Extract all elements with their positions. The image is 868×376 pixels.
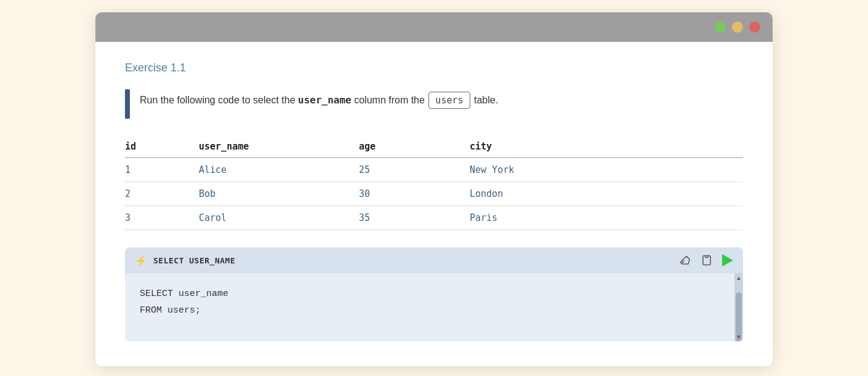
- scrollbar-arrow-up[interactable]: ▲: [734, 273, 743, 282]
- green-traffic-light[interactable]: [715, 22, 726, 33]
- instruction-bold-word: user_name: [298, 94, 352, 106]
- instruction-block: Run the following code to select the use…: [125, 89, 743, 119]
- blue-accent-bar: [125, 89, 130, 119]
- content-area: Exercise 1.1 Run the following code to s…: [95, 42, 773, 366]
- scrollbar-track[interactable]: ▲ ▼: [734, 273, 743, 342]
- instruction-text-after: table.: [472, 95, 499, 105]
- main-window: Exercise 1.1 Run the following code to s…: [95, 12, 773, 366]
- col-header-age: age: [359, 136, 470, 158]
- table-row: 1Alice25New York: [125, 158, 743, 182]
- table-header-row: id user_name age city: [125, 136, 743, 158]
- table-cell-col2: 25: [359, 158, 470, 182]
- table-row: 2Bob30London: [125, 182, 743, 206]
- table-cell-col1: Alice: [199, 158, 359, 182]
- table-cell-col1: Bob: [199, 182, 359, 206]
- instruction-text-middle: column from the: [352, 95, 428, 105]
- table-cell-col2: 30: [359, 182, 470, 206]
- table-cell-col2: 35: [359, 206, 470, 230]
- run-button[interactable]: [722, 254, 733, 266]
- table-cell-col0: 1: [125, 158, 199, 182]
- code-section: ⚡ SELECT USER_NAME: [125, 247, 743, 342]
- instruction-text-before: Run the following code to select the: [140, 95, 298, 105]
- svg-rect-0: [705, 256, 709, 258]
- table-name-badge: users: [428, 92, 470, 109]
- table-cell-col0: 3: [125, 206, 199, 230]
- eraser-icon: [679, 255, 690, 266]
- table-cell-col0: 2: [125, 182, 199, 206]
- scrollbar-arrow-down[interactable]: ▼: [734, 332, 743, 342]
- code-line-1: SELECT user_name: [140, 286, 720, 302]
- instruction-text: Run the following code to select the use…: [140, 89, 498, 111]
- exercise-title: Exercise 1.1: [125, 62, 743, 74]
- lightning-icon: ⚡: [135, 255, 147, 266]
- red-traffic-light[interactable]: [749, 22, 760, 33]
- table-cell-col1: Carol: [199, 206, 359, 230]
- clipboard-button[interactable]: [700, 254, 713, 267]
- eraser-button[interactable]: [678, 254, 691, 267]
- header-icons: [678, 254, 733, 267]
- table-row: 3Carol35Paris: [125, 206, 743, 230]
- code-body[interactable]: SELECT user_name FROM users;: [125, 273, 734, 342]
- col-header-user-name: user_name: [199, 136, 359, 158]
- table-cell-col3: New York: [470, 158, 743, 182]
- col-header-city: city: [470, 136, 743, 158]
- table-cell-col3: London: [470, 182, 743, 206]
- data-table: id user_name age city 1Alice25New York2B…: [125, 136, 743, 230]
- code-line-2: FROM users;: [140, 302, 720, 319]
- play-icon: [722, 254, 733, 266]
- yellow-traffic-light[interactable]: [732, 22, 743, 33]
- table-cell-col3: Paris: [470, 206, 743, 230]
- code-body-wrapper: SELECT user_name FROM users; ▲ ▼: [125, 273, 743, 342]
- title-bar: [95, 12, 773, 42]
- code-header: ⚡ SELECT USER_NAME: [125, 247, 743, 273]
- clipboard-icon: [701, 255, 712, 266]
- code-header-label: SELECT USER_NAME: [153, 256, 672, 265]
- col-header-id: id: [125, 136, 199, 158]
